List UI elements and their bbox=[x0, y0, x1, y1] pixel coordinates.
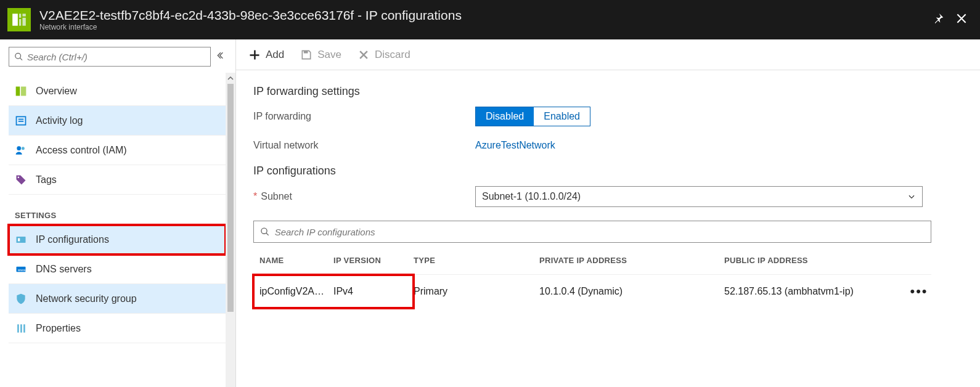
svg-rect-3 bbox=[22, 14, 25, 16]
svg-text:www: www bbox=[17, 267, 26, 271]
sidebar-item-label: IP configurations bbox=[36, 234, 109, 245]
save-icon bbox=[300, 49, 312, 61]
col-public-header[interactable]: PUBLIC IP ADDRESS bbox=[724, 256, 907, 265]
sidebar-scrollbar[interactable] bbox=[226, 73, 235, 387]
save-button: Save bbox=[300, 49, 341, 61]
col-private-header[interactable]: PRIVATE IP ADDRESS bbox=[539, 256, 724, 265]
ip-forwarding-heading: IP forwarding settings bbox=[253, 85, 963, 98]
add-button[interactable]: Add bbox=[248, 49, 284, 61]
ip-forwarding-label: IP forwarding bbox=[253, 111, 475, 122]
svg-rect-20 bbox=[20, 324, 22, 332]
close-icon[interactable] bbox=[955, 12, 968, 27]
discard-icon bbox=[357, 49, 370, 61]
collapse-sidebar-icon[interactable] bbox=[217, 51, 227, 63]
subnet-select-value: Subnet-1 (10.1.0.0/24) bbox=[482, 191, 581, 202]
sidebar-section-settings: SETTINGS bbox=[9, 195, 226, 225]
overview-icon bbox=[15, 85, 27, 97]
sidebar-item-label: Activity log bbox=[36, 115, 83, 126]
iam-icon bbox=[15, 144, 27, 157]
svg-line-6 bbox=[20, 58, 22, 60]
cell-private: 10.1.0.4 (Dynamic) bbox=[539, 286, 724, 297]
svg-rect-4 bbox=[22, 18, 25, 26]
svg-point-23 bbox=[261, 228, 267, 234]
virtual-network-link[interactable]: AzureTestNetwork bbox=[475, 140, 555, 151]
sidebar-item-ip-configurations[interactable]: IP configurations bbox=[9, 225, 226, 255]
svg-rect-8 bbox=[21, 86, 26, 96]
svg-point-5 bbox=[15, 53, 21, 59]
sidebar-item-overview[interactable]: Overview bbox=[9, 76, 226, 106]
sidebar-item-properties[interactable]: Properties bbox=[9, 314, 226, 343]
add-button-label: Add bbox=[266, 49, 284, 61]
sidebar-search[interactable] bbox=[9, 47, 211, 67]
svg-rect-7 bbox=[16, 86, 20, 96]
required-star: * bbox=[253, 191, 257, 202]
plus-icon bbox=[248, 49, 261, 61]
col-version-header[interactable]: IP VERSION bbox=[333, 256, 414, 265]
svg-line-24 bbox=[266, 233, 269, 235]
svg-point-14 bbox=[18, 176, 20, 178]
pin-icon[interactable] bbox=[932, 12, 944, 27]
ip-forwarding-toggle[interactable]: Disabled Enabled bbox=[475, 107, 590, 126]
dns-icon: www bbox=[15, 263, 27, 275]
discard-button-label: Discard bbox=[375, 49, 410, 61]
properties-icon bbox=[15, 322, 27, 335]
shield-icon bbox=[15, 293, 27, 305]
activity-log-icon bbox=[15, 115, 27, 127]
ip-configurations-heading: IP configurations bbox=[253, 165, 963, 177]
ip-config-table: NAME IP VERSION TYPE PRIVATE IP ADDRESS … bbox=[253, 246, 931, 308]
scrollbar-thumb[interactable] bbox=[227, 84, 234, 312]
toggle-disabled[interactable]: Disabled bbox=[476, 107, 534, 126]
row-more-icon[interactable]: ••• bbox=[907, 283, 931, 299]
search-icon bbox=[14, 52, 23, 62]
svg-point-12 bbox=[17, 146, 21, 150]
sidebar-item-label: Access control (IAM) bbox=[36, 145, 127, 156]
sidebar-item-label: Network security group bbox=[36, 293, 137, 304]
cell-version: IPv4 bbox=[333, 286, 414, 297]
sidebar-item-dns-servers[interactable]: www DNS servers bbox=[9, 255, 226, 284]
subnet-label: *Subnet bbox=[253, 191, 475, 202]
toggle-enabled[interactable]: Enabled bbox=[534, 107, 590, 126]
sidebar-item-nsg[interactable]: Network security group bbox=[9, 284, 226, 314]
svg-rect-0 bbox=[12, 14, 18, 26]
cell-type: Primary bbox=[414, 286, 539, 297]
virtual-network-label: Virtual network bbox=[253, 140, 475, 151]
sidebar-item-label: Properties bbox=[36, 323, 81, 334]
toolbar: Add Save Discard bbox=[236, 39, 980, 70]
blade-subtitle: Network interface bbox=[39, 23, 932, 31]
cell-public: 52.187.65.13 (ambhatvm1-ip) bbox=[724, 286, 907, 297]
scroll-up-icon[interactable] bbox=[226, 73, 235, 84]
svg-rect-1 bbox=[19, 14, 21, 18]
nic-icon bbox=[7, 8, 31, 31]
ip-config-icon bbox=[15, 234, 27, 246]
chevron-down-icon bbox=[907, 192, 916, 201]
svg-rect-19 bbox=[17, 324, 19, 332]
svg-rect-15 bbox=[17, 237, 26, 243]
svg-rect-16 bbox=[18, 238, 20, 241]
sidebar-item-activity-log[interactable]: Activity log bbox=[9, 106, 226, 136]
search-icon bbox=[260, 227, 270, 237]
blade-title: V2AE2E2-testfb7c8bf4-ec2d-433b-98ec-3e3c… bbox=[39, 8, 932, 22]
cell-name: ipConfigV2A… bbox=[253, 286, 333, 297]
svg-rect-22 bbox=[304, 51, 308, 53]
table-header: NAME IP VERSION TYPE PRIVATE IP ADDRESS … bbox=[253, 246, 931, 275]
sidebar: Overview Activity log Access control (IA… bbox=[0, 39, 236, 387]
sidebar-item-label: Tags bbox=[36, 174, 57, 185]
main-content: Add Save Discard IP forwarding settings … bbox=[236, 39, 980, 387]
sidebar-item-iam[interactable]: Access control (IAM) bbox=[9, 136, 226, 165]
col-name-header[interactable]: NAME bbox=[253, 256, 333, 265]
discard-button: Discard bbox=[357, 49, 410, 61]
ip-config-search[interactable] bbox=[253, 221, 931, 243]
ip-config-search-input[interactable] bbox=[275, 227, 925, 237]
tags-icon bbox=[15, 174, 27, 186]
sidebar-item-label: DNS servers bbox=[36, 264, 92, 275]
svg-rect-2 bbox=[19, 19, 21, 26]
save-button-label: Save bbox=[317, 49, 341, 61]
svg-point-13 bbox=[22, 147, 25, 150]
svg-rect-21 bbox=[23, 324, 25, 332]
col-type-header[interactable]: TYPE bbox=[414, 256, 539, 265]
table-row[interactable]: ipConfigV2A… IPv4 Primary 10.1.0.4 (Dyna… bbox=[253, 275, 931, 308]
blade-header: V2AE2E2-testfb7c8bf4-ec2d-433b-98ec-3e3c… bbox=[0, 0, 980, 39]
subnet-select[interactable]: Subnet-1 (10.1.0.0/24) bbox=[475, 186, 923, 207]
sidebar-search-input[interactable] bbox=[27, 52, 205, 62]
sidebar-item-tags[interactable]: Tags bbox=[9, 165, 226, 195]
